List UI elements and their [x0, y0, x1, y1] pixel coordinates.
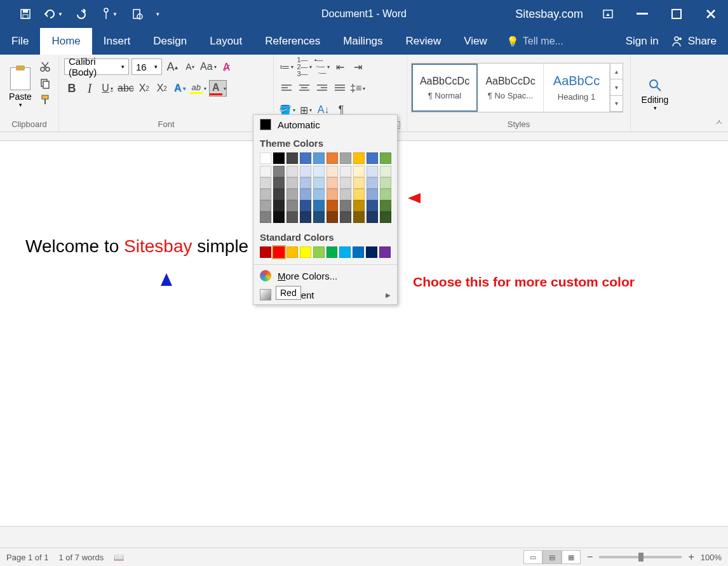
save-icon[interactable] [11, 0, 39, 28]
tell-me-search[interactable]: 💡Tell me... [499, 28, 563, 55]
theme-color-swatch[interactable] [327, 189, 338, 200]
print-preview-icon[interactable] [123, 0, 151, 28]
numbering-icon[interactable]: 1—2—3—▾ [297, 58, 312, 75]
multilevel-list-icon[interactable]: ▪— ▫— ·—▾ [314, 58, 330, 75]
superscript-button[interactable]: X2 [154, 80, 170, 97]
paste-button[interactable]: Paste ▾ [4, 57, 37, 118]
word-count[interactable]: 1 of 7 words [59, 553, 104, 562]
theme-color-swatch[interactable] [300, 166, 311, 177]
theme-color-swatch[interactable] [380, 166, 391, 177]
sign-in-link[interactable]: Sign in [626, 35, 659, 48]
theme-color-swatch[interactable] [367, 152, 378, 164]
bullets-icon[interactable]: ≔▾ [279, 58, 294, 75]
style-heading-1[interactable]: AaBbCcHeading 1 [544, 64, 610, 112]
zoom-in-button[interactable]: + [688, 551, 694, 563]
tab-home[interactable]: Home [40, 28, 91, 55]
theme-color-swatch[interactable] [313, 152, 325, 164]
theme-color-swatch[interactable] [340, 212, 351, 223]
theme-color-swatch[interactable] [300, 152, 311, 164]
format-painter-icon[interactable] [39, 94, 52, 105]
tab-mailings[interactable]: Mailings [332, 28, 394, 55]
zoom-level[interactable]: 100% [701, 553, 722, 562]
theme-color-swatch[interactable] [353, 166, 365, 177]
standard-color-swatch[interactable] [353, 246, 364, 258]
theme-color-swatch[interactable] [380, 200, 391, 212]
theme-color-swatch[interactable] [313, 177, 325, 189]
theme-color-swatch[interactable] [380, 189, 391, 200]
theme-color-swatch[interactable] [353, 152, 365, 164]
theme-color-swatch[interactable] [260, 189, 271, 200]
page-indicator[interactable]: Page 1 of 1 [6, 553, 49, 562]
theme-color-swatch[interactable] [273, 212, 285, 223]
theme-color-swatch[interactable] [300, 200, 311, 212]
styles-scroll-up[interactable]: ▴ [610, 64, 623, 79]
increase-indent-icon[interactable]: ⇥ [350, 58, 365, 75]
theme-color-swatch[interactable] [260, 200, 271, 212]
font-name-select[interactable]: Calibri (Body)▾ [64, 58, 129, 75]
standard-color-swatch[interactable] [366, 246, 377, 258]
theme-color-swatch[interactable] [340, 166, 351, 177]
shrink-font-icon[interactable]: A▾ [182, 58, 198, 75]
theme-color-swatch[interactable] [353, 189, 365, 200]
editing-button[interactable]: Editing ▾ [635, 57, 675, 131]
qat-customize-icon[interactable]: ▾ [151, 0, 164, 28]
justify-icon[interactable] [332, 80, 347, 97]
theme-color-swatch[interactable] [340, 189, 351, 200]
theme-color-swatch[interactable] [313, 189, 325, 200]
change-case-icon[interactable]: Aa▾ [200, 58, 217, 75]
theme-color-swatch[interactable] [260, 152, 271, 164]
standard-color-swatch[interactable] [313, 246, 325, 258]
spellcheck-icon[interactable]: 📖 [114, 553, 124, 562]
minimize-icon[interactable] [625, 0, 659, 28]
theme-color-swatch[interactable] [300, 177, 311, 189]
strikethrough-button[interactable]: abc [118, 80, 134, 97]
font-color-button[interactable]: A▾ [209, 80, 227, 97]
align-center-icon[interactable] [297, 80, 312, 97]
zoom-out-button[interactable]: − [587, 551, 593, 563]
view-print-layout[interactable]: ▤ [543, 550, 562, 564]
theme-color-swatch[interactable] [380, 212, 391, 223]
theme-color-swatch[interactable] [340, 200, 351, 212]
italic-button[interactable]: I [82, 80, 97, 97]
style-normal[interactable]: AaBbCcDc¶ Normal [412, 64, 478, 112]
clear-formatting-icon[interactable]: A̷ [219, 58, 234, 75]
styles-expand[interactable]: ▾ [610, 96, 623, 112]
theme-color-swatch[interactable] [340, 152, 351, 164]
font-size-select[interactable]: 16▾ [131, 58, 162, 75]
theme-color-swatch[interactable] [286, 177, 298, 189]
line-spacing-icon[interactable]: ‡≡▾ [350, 80, 365, 97]
tab-view[interactable]: View [452, 28, 499, 55]
standard-color-swatch[interactable] [300, 246, 311, 258]
share-button[interactable]: Share [670, 35, 717, 48]
tab-references[interactable]: References [253, 28, 332, 55]
collapse-ribbon-icon[interactable]: ㅅ [715, 117, 723, 128]
theme-color-swatch[interactable] [286, 189, 298, 200]
theme-color-swatch[interactable] [327, 212, 338, 223]
align-right-icon[interactable] [314, 80, 330, 97]
bold-button[interactable]: B [64, 80, 79, 97]
highlight-color-icon[interactable]: ab▾ [190, 80, 206, 97]
theme-color-swatch[interactable] [273, 166, 285, 177]
theme-color-swatch[interactable] [273, 200, 285, 212]
decrease-indent-icon[interactable]: ⇤ [332, 58, 347, 75]
tab-file[interactable]: File [0, 28, 40, 55]
theme-color-swatch[interactable] [273, 189, 285, 200]
theme-color-swatch[interactable] [313, 200, 325, 212]
theme-color-swatch[interactable] [327, 166, 338, 177]
theme-color-swatch[interactable] [273, 152, 285, 164]
theme-color-swatch[interactable] [286, 212, 298, 223]
redo-icon[interactable] [67, 0, 95, 28]
styles-gallery[interactable]: AaBbCcDc¶ Normal AaBbCcDc¶ No Spac... Aa… [411, 63, 623, 112]
theme-color-swatch[interactable] [286, 200, 298, 212]
standard-color-swatch[interactable] [339, 246, 351, 258]
subscript-button[interactable]: X2 [137, 80, 152, 97]
standard-color-swatch[interactable] [286, 246, 298, 258]
theme-color-swatch[interactable] [367, 189, 378, 200]
underline-button[interactable]: U▾ [100, 80, 115, 97]
undo-icon[interactable]: ▼ [39, 0, 67, 28]
color-automatic[interactable]: Automatic [253, 115, 397, 134]
zoom-slider[interactable] [599, 556, 682, 558]
theme-color-swatch[interactable] [327, 177, 338, 189]
tab-review[interactable]: Review [394, 28, 453, 55]
grow-font-icon[interactable]: A▴ [165, 58, 180, 75]
